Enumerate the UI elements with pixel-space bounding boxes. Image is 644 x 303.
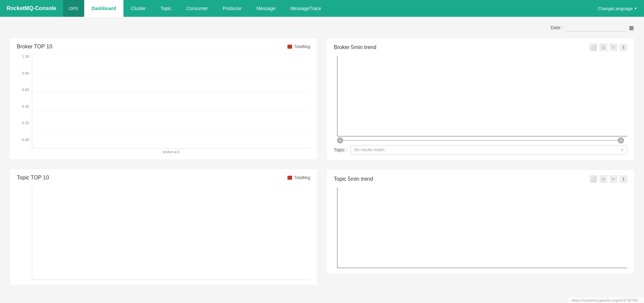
chart-plot — [32, 54, 310, 148]
calendar-icon[interactable]: ▦ — [629, 25, 634, 31]
nav-topic[interactable]: Topic — [153, 0, 179, 17]
nav-menu: Dashboard Cluster Topic Consumer Produce… — [84, 0, 598, 17]
broker-top10-header: Broker TOP 10 TotalMsg — [17, 44, 310, 50]
topic-line-chart-plot — [337, 187, 627, 268]
change-language-label: ChangeLanguage — [598, 6, 633, 11]
topic-resize-icon[interactable]: ⧉ — [600, 175, 607, 183]
topic-selector-row: Topic : No results match ▼ — [334, 145, 627, 155]
left-column: Broker TOP 10 TotalMsg 1.00 0.80 0.60 0.… — [10, 38, 317, 295]
broker-top10-chart: 1.00 0.80 0.60 0.40 0.20 0.00 — [17, 54, 310, 154]
app-brand: RocketMQ-Console — [0, 5, 63, 11]
grid-line-100 — [32, 54, 310, 55]
download-icon[interactable]: ⬇ — [620, 44, 627, 51]
broker-5min-header: Broker 5min trend ⬜ ⧉ ↻ ⬇ — [334, 44, 627, 51]
status-url: https://rocketmq.apache.org/zh/3730754..… — [572, 298, 641, 302]
nav-messagetrace[interactable]: MessageTrace — [283, 0, 328, 17]
navbar: RocketMQ-Console OPS Dashboard Cluster T… — [0, 0, 644, 17]
topic-5min-title: Topic 5min trend — [334, 176, 373, 182]
line-chart-plot — [337, 56, 627, 136]
slider-container: = = — [337, 140, 624, 141]
slider-track[interactable]: = = — [337, 140, 624, 141]
two-col-layout: Broker TOP 10 TotalMsg 1.00 0.80 0.60 0.… — [10, 38, 634, 295]
status-bar: https://rocketmq.apache.org/zh/3730754..… — [568, 298, 644, 303]
grid-line-20 — [32, 129, 310, 130]
grid-line-60 — [32, 92, 310, 92]
date-label: Date : — [551, 25, 563, 30]
topic-5min-chart — [334, 187, 627, 268]
slider-right-handle[interactable]: = — [618, 137, 624, 143]
broker-top10-panel: Broker TOP 10 TotalMsg 1.00 0.80 0.60 0.… — [10, 38, 317, 159]
refresh-icon[interactable]: ↻ — [610, 44, 617, 51]
broker-5min-chart — [334, 56, 627, 136]
topic-select[interactable]: No results match — [351, 145, 627, 155]
topic-line-y-axis — [334, 187, 337, 268]
topic-top10-legend-label: TotalMsg — [294, 175, 310, 180]
resize-icon[interactable]: ⧉ — [600, 44, 607, 51]
topic-top10-legend: TotalMsg — [287, 175, 310, 180]
topic-5min-panel: Topic 5min trend ⬜ ⧉ ↻ ⬇ — [327, 170, 634, 273]
topic-top10-panel: Topic TOP 10 TotalMsg — [10, 169, 317, 285]
main-content: Date : ▦ Broker TOP 10 TotalMsg — [0, 17, 644, 303]
slider-left-handle[interactable]: = — [337, 137, 343, 143]
nav-consumer[interactable]: Consumer — [179, 0, 215, 17]
chevron-down-icon: ▼ — [634, 7, 637, 10]
broker-5min-title: Broker 5min trend — [334, 44, 376, 50]
topic-expand-icon[interactable]: ⬜ — [590, 175, 597, 183]
topic-5min-icons: ⬜ ⧉ ↻ ⬇ — [590, 175, 627, 183]
nav-producer[interactable]: Producer — [215, 0, 249, 17]
broker-top10-legend-label: TotalMsg — [294, 44, 310, 49]
grid-line-80 — [32, 73, 310, 74]
nav-cluster[interactable]: Cluster — [123, 0, 153, 17]
broker-5min-panel: Broker 5min trend ⬜ ⧉ ↻ ⬇ — [327, 38, 634, 160]
change-language-button[interactable]: ChangeLanguage ▼ — [598, 6, 644, 11]
topic-download-icon[interactable]: ⬇ — [620, 175, 627, 183]
broker-5min-icons: ⬜ ⧉ ↻ ⬇ — [590, 44, 627, 51]
topic-top10-header: Topic TOP 10 TotalMsg — [17, 175, 310, 181]
nav-dashboard[interactable]: Dashboard — [84, 0, 123, 17]
slider-row: = = — [337, 140, 624, 141]
y-axis: 1.00 0.80 0.60 0.40 0.20 0.00 — [17, 54, 32, 148]
topic-chart-plot — [32, 185, 310, 279]
broker-top10-legend: TotalMsg — [287, 44, 310, 49]
grid-line-40 — [32, 111, 310, 111]
topic-select-wrapper: No results match ▼ — [351, 145, 627, 155]
topic-totalmsg-dot — [287, 176, 292, 180]
right-column: Broker 5min trend ⬜ ⧉ ↻ ⬇ — [327, 38, 634, 295]
broker-label: broker-a:0 — [32, 150, 310, 154]
topic-5min-header: Topic 5min trend ⬜ ⧉ ↻ ⬇ — [334, 175, 627, 183]
nav-message[interactable]: Message — [249, 0, 283, 17]
x-axis-labels: broker-a:0 — [17, 150, 310, 154]
line-y-axis — [334, 56, 337, 136]
date-row: Date : ▦ — [10, 24, 634, 32]
topic-refresh-icon[interactable]: ↻ — [610, 175, 617, 183]
totalmsg-dot — [287, 45, 292, 49]
ops-badge: OPS — [63, 0, 84, 17]
topic-y-axis — [17, 185, 32, 279]
broker-top10-title: Broker TOP 10 — [17, 44, 52, 50]
date-input[interactable] — [566, 24, 626, 32]
topic-selector-label: Topic : — [334, 147, 347, 153]
topic-top10-title: Topic TOP 10 — [17, 175, 49, 181]
topic-top10-chart — [17, 185, 310, 279]
expand-icon[interactable]: ⬜ — [590, 44, 597, 51]
